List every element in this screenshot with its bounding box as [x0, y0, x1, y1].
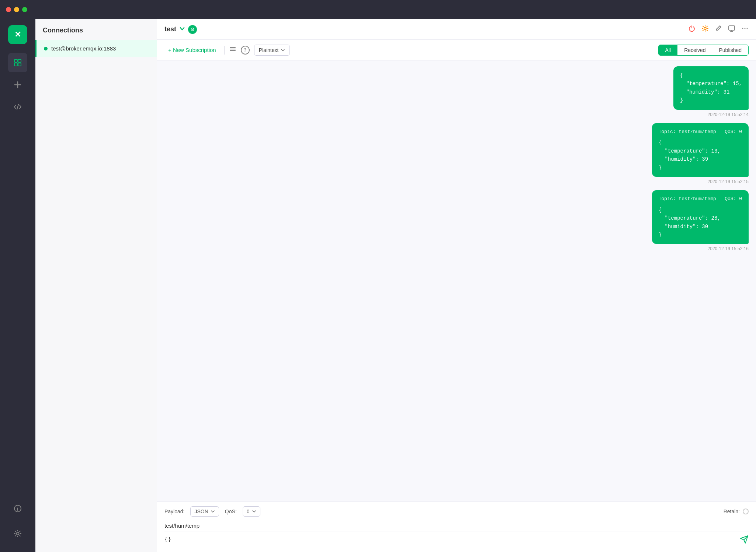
help-icon[interactable]: ? [241, 46, 250, 55]
svg-rect-0 [14, 59, 17, 62]
chevron-down-icon [281, 48, 285, 52]
message-item: { "temperature": 15, "humidity": 31 } 20… [164, 66, 472, 117]
list-icon[interactable] [229, 45, 236, 55]
messages-area[interactable]: { "temperature": 15, "humidity": 31 } 20… [157, 60, 472, 273]
format-selector[interactable]: Plaintext [254, 45, 290, 56]
new-subscription-button[interactable]: + New Subscription [164, 45, 220, 55]
chevron-down-icon[interactable] [179, 26, 185, 33]
connection-name: test@broker.emqx.io:1883 [51, 45, 116, 52]
connection-item[interactable]: test@broker.emqx.io:1883 [35, 40, 157, 57]
sidebar-item-add[interactable] [8, 75, 27, 94]
svg-rect-1 [18, 59, 21, 62]
sidebar-icons: ✕ [0, 19, 35, 273]
page-title: test [164, 25, 176, 33]
title-bar [0, 0, 472, 19]
code-icon [14, 103, 22, 111]
connection-status-dot [44, 47, 48, 50]
connections-panel: Connections test@broker.emqx.io:1883 [35, 19, 157, 273]
minimize-button[interactable] [14, 7, 19, 12]
new-subscription-label: + New Subscription [168, 47, 216, 53]
message-item: Topic: test/hum/temp QoS: 0 { "temperatu… [164, 123, 472, 184]
connection-title-area: test 8 [164, 25, 197, 34]
maximize-button[interactable] [22, 7, 27, 12]
connections-icon [14, 59, 22, 67]
app-logo-text: ✕ [14, 30, 21, 39]
traffic-lights [6, 7, 27, 12]
svg-line-6 [17, 104, 18, 109]
toolbar: + New Subscription ? Plaintext All Recei… [157, 40, 472, 60]
top-bar: test 8 [157, 19, 472, 40]
connections-title: Connections [43, 27, 83, 34]
toolbar-divider [224, 46, 225, 55]
connections-header: Connections [35, 19, 157, 40]
message-item: Topic: test/hum/temp QoS: 0 { "temperatu… [164, 190, 472, 251]
svg-rect-2 [14, 63, 17, 66]
svg-rect-3 [18, 63, 21, 66]
sidebar-item-code[interactable] [8, 97, 27, 116]
add-icon [14, 81, 22, 89]
main-area: test 8 [157, 19, 472, 273]
app-logo[interactable]: ✕ [8, 25, 27, 44]
message-count-badge: 8 [188, 25, 197, 34]
format-label: Plaintext [259, 47, 279, 53]
close-button[interactable] [6, 7, 11, 12]
sidebar-item-connections[interactable] [8, 53, 27, 72]
